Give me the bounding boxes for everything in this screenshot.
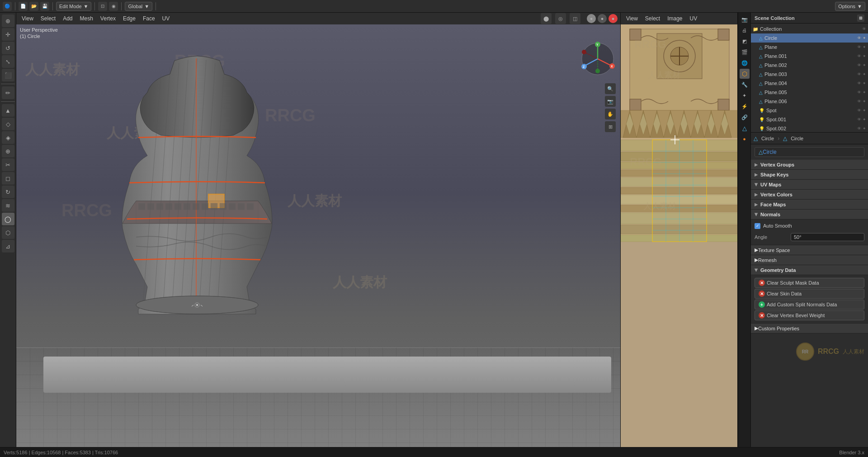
rotate-tool[interactable]: ↺ bbox=[2, 42, 14, 54]
proportional-icon[interactable]: ◉ bbox=[109, 2, 118, 11]
smooth-tool[interactable]: ≋ bbox=[2, 199, 14, 212]
uv-maps-header[interactable]: ▶ UV Maps bbox=[751, 180, 868, 190]
transform-tool[interactable]: ⬛ bbox=[2, 69, 14, 81]
breadcrumb-part1[interactable]: Circle bbox=[761, 136, 774, 141]
constraints-props-icon[interactable]: 🔗 bbox=[740, 112, 750, 122]
remesh-header[interactable]: ▶ Remesh bbox=[751, 255, 868, 265]
navigation-gizmo[interactable]: Y X Z bbox=[580, 41, 616, 77]
texture-space-header[interactable]: ▶ Texture Space bbox=[751, 245, 868, 255]
shape-keys-header[interactable]: ▶ Shape Keys bbox=[751, 170, 868, 180]
save-icon[interactable]: 💾 bbox=[40, 2, 49, 11]
face-maps-header[interactable]: ▶ Face Maps bbox=[751, 200, 868, 209]
clear-bevel-weight-btn[interactable]: ✕ Clear Vertex Bevel Weight bbox=[755, 310, 864, 320]
custom-props-header[interactable]: ▶ Custom Properties bbox=[751, 324, 868, 333]
modifier-props-icon[interactable]: 🔧 bbox=[740, 80, 750, 90]
move-tool[interactable]: ✛ bbox=[2, 28, 14, 41]
shading-solid-btn[interactable]: ● bbox=[587, 14, 596, 23]
shading-material-btn[interactable]: ● bbox=[598, 14, 607, 23]
snap-icon[interactable]: ⊡ bbox=[98, 2, 107, 11]
tree-item-plane003[interactable]: △ Plane.003 👁 ✦ bbox=[751, 70, 868, 79]
shading-rendered-btn[interactable]: ● bbox=[609, 14, 618, 23]
uv-menu-select[interactable]: Select bbox=[642, 14, 663, 23]
knife-tool[interactable]: ✂ bbox=[2, 158, 14, 171]
cursor-tool[interactable]: ⊕ bbox=[2, 14, 14, 27]
spin-tool[interactable]: ↻ bbox=[2, 186, 14, 198]
vp-menu-view[interactable]: View bbox=[19, 14, 36, 23]
blender-logo-icon[interactable]: 🔵 bbox=[3, 2, 12, 11]
scene-props-icon[interactable]: 🎬 bbox=[740, 47, 750, 57]
uv-menu-uv[interactable]: UV bbox=[687, 14, 700, 23]
tree-item-plane001[interactable]: △ Plane.001 👁 ✦ bbox=[751, 52, 868, 61]
tree-item-plane[interactable]: △ Plane 👁 ✦ bbox=[751, 43, 868, 52]
tree-item-spot001[interactable]: 💡 Spot.001 👁 ✦ bbox=[751, 115, 868, 124]
mesh-name-field[interactable]: △ Circle bbox=[755, 147, 864, 157]
tree-item-spot002[interactable]: 💡 Spot.002 👁 ✦ bbox=[751, 124, 868, 132]
geometry-data-header[interactable]: ▶ Geometry Data bbox=[751, 265, 868, 275]
extrude-tool[interactable]: ▲ bbox=[2, 104, 14, 117]
vertex-groups-header[interactable]: ▶ Vertex Groups bbox=[751, 160, 868, 170]
inset-tool[interactable]: ◇ bbox=[2, 118, 14, 130]
physics-props-icon[interactable]: ⚡ bbox=[740, 101, 750, 111]
add-custom-normals-btn[interactable]: + Add Custom Split Normals Data bbox=[755, 300, 864, 309]
svg-rect-28 bbox=[220, 203, 226, 210]
vp-menu-edge[interactable]: Edge bbox=[120, 14, 138, 23]
annotate-tool[interactable]: ✏ bbox=[2, 86, 14, 99]
poly-build-tool[interactable]: ◻ bbox=[2, 172, 14, 185]
clear-sculpt-mask-btn[interactable]: ✕ Clear Sculpt Mask Data bbox=[755, 278, 864, 288]
vp-menu-mesh[interactable]: Mesh bbox=[77, 14, 96, 23]
viewport-3d[interactable]: View Select Add Mesh Vertex Edge Face UV… bbox=[16, 13, 620, 447]
tree-item-plane006[interactable]: △ Plane.006 👁 ✦ bbox=[751, 97, 868, 106]
camera-icon[interactable]: 📷 bbox=[605, 96, 616, 107]
options-dropdown[interactable]: Options ▼ bbox=[835, 2, 865, 11]
open-file-icon[interactable]: 📂 bbox=[29, 2, 38, 11]
material-props-icon[interactable]: ● bbox=[740, 134, 750, 144]
vp-menu-uv[interactable]: UV bbox=[160, 14, 173, 23]
mode-dropdown[interactable]: Edit Mode ▼ bbox=[56, 2, 91, 11]
output-props-icon[interactable]: 🖨 bbox=[740, 25, 750, 35]
uv-editor-content[interactable]: RRCG 人人素材 RRCG 人人素材 bbox=[621, 24, 737, 447]
breadcrumb-part2[interactable]: Circle bbox=[791, 136, 803, 141]
clear-skin-x-icon: ✕ bbox=[759, 290, 765, 297]
tree-item-plane005[interactable]: △ Plane.005 👁 ✦ bbox=[751, 88, 868, 97]
vp-menu-select[interactable]: Select bbox=[38, 14, 58, 23]
vp-menu-face[interactable]: Face bbox=[140, 14, 158, 23]
svg-rect-83 bbox=[621, 225, 737, 234]
normals-header[interactable]: ▶ Normals bbox=[751, 209, 868, 219]
filter-icon[interactable]: ⊞ bbox=[857, 14, 864, 22]
zoom-in-icon[interactable]: 🔍 bbox=[605, 83, 616, 94]
viewport-shading-btn[interactable]: ⬤ bbox=[541, 13, 552, 24]
tree-item-plane002[interactable]: △ Plane.002 👁 ✦ bbox=[751, 61, 868, 70]
viewport-overlay-btn[interactable]: ◎ bbox=[555, 13, 566, 24]
data-props-icon[interactable]: △ bbox=[740, 123, 750, 133]
bevel-tool[interactable]: ◈ bbox=[2, 131, 14, 144]
svg-rect-76 bbox=[621, 162, 737, 169]
shrink-fatten-tool[interactable]: ◯ bbox=[2, 213, 14, 225]
grid-icon[interactable]: ⊞ bbox=[605, 121, 616, 132]
uv-menu-view[interactable]: View bbox=[623, 14, 641, 23]
loop-cut-tool[interactable]: ⊕ bbox=[2, 145, 14, 157]
vertex-colors-header[interactable]: ▶ Vertex Colors bbox=[751, 190, 868, 200]
clear-skin-data-btn[interactable]: ✕ Clear Skin Data bbox=[755, 289, 864, 299]
tree-item-plane004[interactable]: △ Plane.004 👁 ✦ bbox=[751, 79, 868, 88]
tree-item-spot[interactable]: 💡 Spot 👁 ✦ bbox=[751, 106, 868, 115]
object-props-icon[interactable]: ⬡ bbox=[740, 69, 750, 79]
viewport-xray-btn[interactable]: ◫ bbox=[570, 13, 580, 24]
vp-menu-add[interactable]: Add bbox=[60, 14, 75, 23]
tree-item-collection[interactable]: 📁 Collection 👁 bbox=[751, 24, 868, 33]
viewport-canvas[interactable]: 人人素材 RRCG 人人素材 RRCG RRCG 人人素材 RRCG 人人素材 … bbox=[16, 24, 620, 447]
auto-smooth-checkbox[interactable]: ✓ bbox=[755, 223, 760, 229]
view-layer-icon[interactable]: ◩ bbox=[740, 36, 750, 46]
hand-icon[interactable]: ✋ bbox=[605, 109, 616, 119]
tree-item-circle[interactable]: △ Circle 👁 ✦ bbox=[751, 33, 868, 43]
orientation-dropdown[interactable]: Global ▼ bbox=[125, 2, 152, 11]
vp-menu-vertex[interactable]: Vertex bbox=[98, 14, 118, 23]
shear-tool[interactable]: ⬡ bbox=[2, 226, 14, 239]
new-file-icon[interactable]: 📄 bbox=[19, 2, 28, 11]
render-props-icon[interactable]: 📷 bbox=[740, 14, 750, 24]
uv-menu-image[interactable]: Image bbox=[665, 14, 685, 23]
world-props-icon[interactable]: 🌐 bbox=[740, 58, 750, 68]
scale-tool[interactable]: ⤡ bbox=[2, 55, 14, 68]
rip-tool[interactable]: ⊿ bbox=[2, 240, 14, 252]
particles-props-icon[interactable]: ✦ bbox=[740, 90, 750, 100]
angle-value[interactable]: 50° bbox=[791, 233, 864, 241]
